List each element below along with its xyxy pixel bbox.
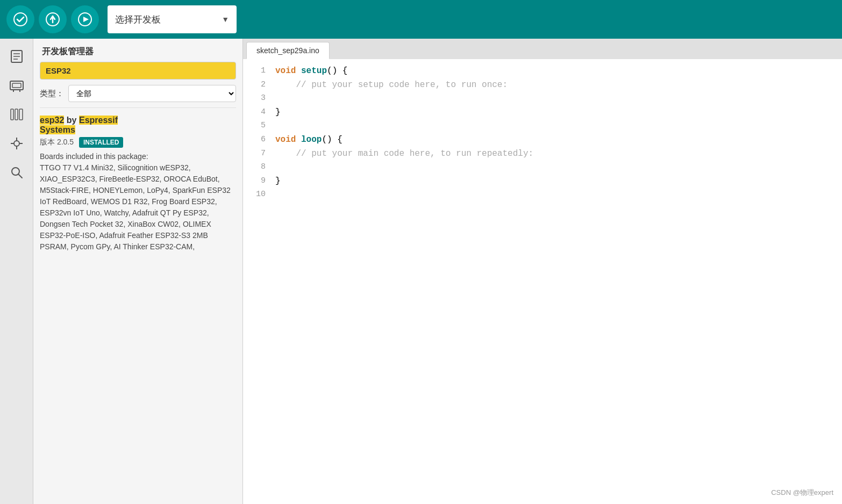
line-content-9: } — [275, 175, 842, 189]
line-content-6: void loop() { — [275, 133, 842, 147]
sidebar-item-files[interactable] — [4, 44, 29, 69]
svg-rect-13 — [11, 109, 13, 120]
package-name: esp32 by EspressifSystems — [40, 116, 236, 135]
code-line-6: 6 void loop() { — [243, 133, 842, 147]
package-name-by: by — [67, 116, 79, 125]
debug-button[interactable] — [71, 5, 99, 33]
verify-button[interactable] — [6, 5, 34, 33]
main-layout: 开发板管理器 类型： 全部 已安装 可更新 esp32 by Espressif… — [0, 39, 842, 504]
line-content-8 — [275, 161, 842, 175]
board-select[interactable]: 选择开发板 ▼ — [108, 5, 237, 33]
svg-line-22 — [18, 174, 22, 178]
line-content-7: // put your main code here, to run repea… — [275, 147, 842, 161]
code-line-5: 5 — [243, 119, 842, 133]
installed-badge: INSTALLED — [79, 137, 123, 148]
code-line-3: 3 — [243, 92, 842, 106]
upload-button[interactable] — [39, 5, 67, 33]
code-line-10: 10 — [243, 188, 842, 202]
line-content-3 — [275, 92, 842, 106]
package-item-esp32: esp32 by EspressifSystems 版本 2.0.5 INSTA… — [40, 107, 236, 258]
package-version-row: 版本 2.0.5 INSTALLED — [40, 137, 236, 148]
package-name-highlight: esp32 — [40, 116, 64, 125]
watermark: CSDN @物理expert — [771, 488, 833, 498]
sidebar-item-debug[interactable] — [4, 131, 29, 156]
code-line-2: 2 // put your setup code here, to run on… — [243, 78, 842, 92]
filter-label: 类型： — [40, 89, 64, 99]
svg-rect-14 — [15, 109, 18, 120]
editor-tabs: sketch_sep29a.ino — [243, 39, 842, 59]
svg-point-0 — [14, 13, 27, 26]
code-editor[interactable]: 1 void setup() { 2 // put your setup cod… — [243, 59, 842, 504]
code-line-9: 9 } — [243, 175, 842, 189]
boards-list: TTGO T7 V1.4 Mini32, Silicognition wESP3… — [40, 163, 231, 251]
board-manager-panel: 开发板管理器 类型： 全部 已安装 可更新 esp32 by Espressif… — [33, 39, 243, 504]
toolbar: 选择开发板 ▼ — [0, 0, 842, 39]
line-num-9: 9 — [243, 175, 275, 188]
board-select-label: 选择开发板 — [115, 13, 216, 26]
code-line-8: 8 — [243, 161, 842, 175]
line-num-4: 4 — [243, 106, 275, 119]
package-version: 版本 2.0.5 — [40, 138, 74, 147]
line-num-5: 5 — [243, 119, 275, 132]
line-content-4: } — [275, 106, 842, 120]
type-filter-select[interactable]: 全部 已安装 可更新 — [68, 85, 236, 102]
code-line-1: 1 void setup() { — [243, 64, 842, 78]
package-boards: Boards included in this package: TTGO T7… — [40, 151, 236, 253]
icon-sidebar — [0, 39, 33, 504]
line-content-1: void setup() { — [275, 64, 842, 78]
line-num-3: 3 — [243, 92, 275, 105]
board-manager-title: 开发板管理器 — [33, 39, 242, 62]
line-num-7: 7 — [243, 147, 275, 160]
board-search-input[interactable] — [40, 62, 236, 80]
line-num-1: 1 — [243, 64, 275, 77]
svg-point-16 — [14, 141, 19, 146]
line-content-2: // put your setup code here, to run once… — [275, 78, 842, 92]
svg-rect-15 — [19, 109, 23, 120]
line-num-6: 6 — [243, 133, 275, 146]
package-list: esp32 by EspressifSystems 版本 2.0.5 INSTA… — [33, 107, 242, 504]
code-line-7: 7 // put your main code here, to run rep… — [243, 147, 842, 161]
line-num-10: 10 — [243, 188, 275, 201]
filter-row: 类型： 全部 已安装 可更新 — [33, 85, 242, 107]
sidebar-item-library[interactable] — [4, 102, 29, 127]
svg-rect-10 — [12, 83, 21, 88]
chevron-down-icon: ▼ — [222, 15, 229, 24]
code-line-4: 4 } — [243, 106, 842, 120]
line-num-8: 8 — [243, 161, 275, 174]
svg-marker-4 — [83, 17, 89, 22]
line-num-2: 2 — [243, 78, 275, 91]
editor-area: sketch_sep29a.ino 1 void setup() { 2 // … — [243, 39, 842, 504]
line-content-10 — [275, 188, 842, 202]
sidebar-item-search[interactable] — [4, 160, 29, 185]
tab-sketch[interactable]: sketch_sep29a.ino — [246, 42, 330, 59]
line-content-5 — [275, 119, 842, 133]
sidebar-item-boards[interactable] — [4, 73, 29, 98]
boards-prefix: Boards included in this package: — [40, 152, 148, 161]
